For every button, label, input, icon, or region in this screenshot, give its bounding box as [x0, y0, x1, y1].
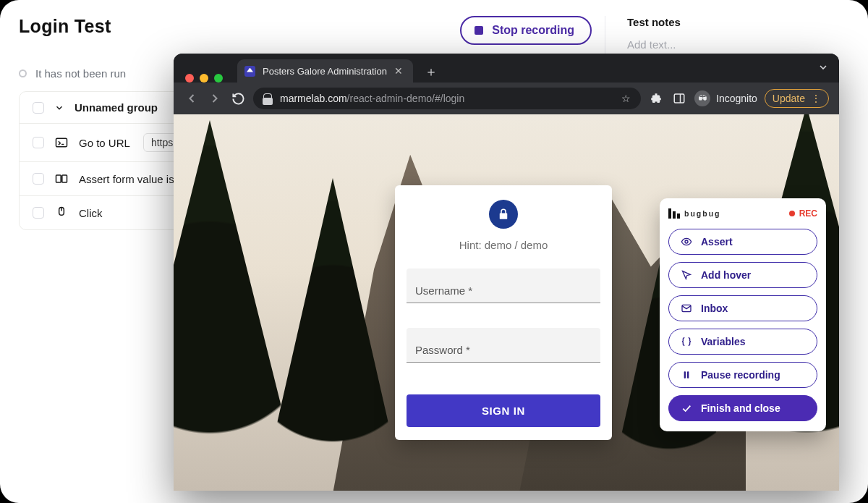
devtools-panel-icon[interactable]	[671, 90, 687, 106]
page-url: marmelab.com/react-admin-demo/#/login	[280, 93, 464, 104]
lock-icon	[263, 92, 273, 105]
step-label: Assert form value is	[79, 173, 174, 185]
recorder-variables-button[interactable]: Variables	[668, 329, 817, 355]
recorder-pause-button[interactable]: Pause recording	[668, 362, 817, 388]
group-name: Unnamed group	[75, 101, 158, 114]
tab-favicon-icon	[244, 66, 255, 77]
login-hint: Hint: demo / demo	[407, 239, 600, 251]
tabs-chevron-down-icon[interactable]	[817, 62, 829, 73]
assert-icon	[54, 172, 69, 186]
tab-title: Posters Galore Administration	[263, 66, 387, 77]
sign-in-button[interactable]: SIGN IN	[407, 394, 600, 427]
recording-indicator: REC	[789, 208, 817, 219]
window-close-icon[interactable]	[185, 74, 194, 83]
step-label: Go to URL	[79, 137, 130, 149]
goto-url-icon	[54, 135, 69, 150]
incognito-icon: 🕶	[694, 90, 710, 106]
svg-rect-2	[56, 175, 61, 182]
browser-toolbar: marmelab.com/react-admin-demo/#/login ☆ …	[174, 83, 839, 114]
incognito-indicator[interactable]: 🕶 Incognito	[694, 90, 757, 106]
extensions-icon[interactable]	[648, 90, 664, 106]
braces-icon	[681, 336, 692, 347]
browser-window: Posters Galore Administration ✕ ＋ marmel…	[174, 54, 839, 491]
run-status-text: It has not been run	[35, 67, 126, 80]
notes-input[interactable]: Add text...	[627, 38, 849, 51]
stop-recording-label: Stop recording	[492, 24, 574, 37]
page-viewport: Hint: demo / demo Username * Password * …	[174, 114, 839, 491]
svg-rect-0	[56, 138, 67, 147]
username-field[interactable]: Username *	[407, 269, 600, 303]
browser-tabstrip: Posters Galore Administration ✕ ＋	[174, 54, 839, 83]
svg-rect-3	[62, 175, 67, 182]
status-dot-icon	[19, 69, 27, 77]
update-button[interactable]: Update ⋮	[765, 89, 829, 108]
password-field[interactable]: Password *	[407, 328, 600, 363]
nav-back-icon[interactable]	[184, 90, 200, 106]
lock-badge-icon	[489, 200, 518, 229]
incognito-label: Incognito	[716, 93, 757, 104]
recorder-inbox-button[interactable]: Inbox	[668, 295, 817, 321]
browser-tab[interactable]: Posters Galore Administration ✕	[237, 59, 413, 83]
app-frame: Login Test Stop recording It has not bee…	[0, 0, 868, 503]
login-card: Hint: demo / demo Username * Password * …	[395, 185, 612, 440]
chevron-down-icon	[54, 103, 64, 113]
step-checkbox[interactable]	[33, 173, 44, 185]
recorder-finish-button[interactable]: Finish and close	[668, 395, 817, 421]
pause-icon	[681, 369, 692, 381]
recorder-assert-button[interactable]: Assert	[668, 229, 817, 255]
stop-icon	[475, 26, 483, 35]
reload-icon[interactable]	[230, 90, 246, 106]
bookmark-star-icon[interactable]: ☆	[621, 93, 631, 104]
window-minimize-icon[interactable]	[200, 74, 208, 83]
step-checkbox[interactable]	[33, 207, 44, 219]
svg-point-8	[685, 240, 688, 243]
step-label: Click	[79, 207, 103, 219]
new-tab-button[interactable]: ＋	[420, 61, 442, 83]
mail-icon	[681, 303, 692, 314]
window-maximize-icon[interactable]	[214, 74, 223, 83]
step-checkbox[interactable]	[33, 137, 44, 148]
recording-dot-icon	[789, 211, 795, 216]
cursor-icon	[681, 269, 692, 281]
eye-icon	[681, 236, 692, 248]
nav-forward-icon[interactable]	[207, 90, 223, 106]
recorder-add-hover-button[interactable]: Add hover	[668, 262, 817, 288]
click-icon	[54, 206, 69, 220]
recorder-panel: bugbug REC Assert Add hover	[660, 198, 826, 431]
stop-recording-button[interactable]: Stop recording	[460, 16, 592, 45]
svg-rect-10	[684, 371, 686, 378]
check-icon	[681, 402, 692, 414]
svg-rect-6	[674, 94, 684, 103]
group-checkbox[interactable]	[33, 102, 44, 114]
svg-rect-11	[687, 371, 689, 378]
recorder-logo: bugbug	[668, 208, 720, 219]
kebab-menu-icon[interactable]: ⋮	[811, 93, 821, 104]
update-label: Update	[773, 93, 805, 104]
notes-heading: Test notes	[627, 16, 849, 28]
tab-close-icon[interactable]: ✕	[394, 65, 403, 77]
window-traffic-lights[interactable]	[182, 66, 230, 83]
address-bar[interactable]: marmelab.com/react-admin-demo/#/login ☆	[253, 88, 641, 109]
